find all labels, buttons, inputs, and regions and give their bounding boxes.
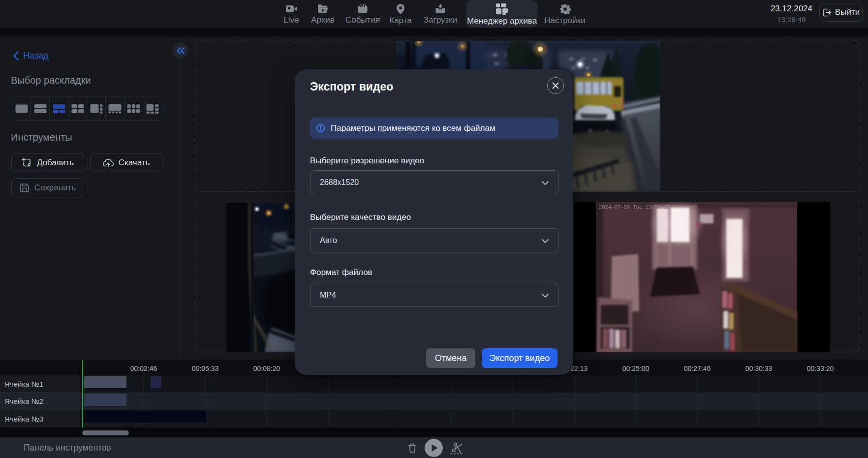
- svg-text:2024-07-09 Tue 13:59:20: 2024-07-09 Tue 13:59:20: [599, 204, 670, 210]
